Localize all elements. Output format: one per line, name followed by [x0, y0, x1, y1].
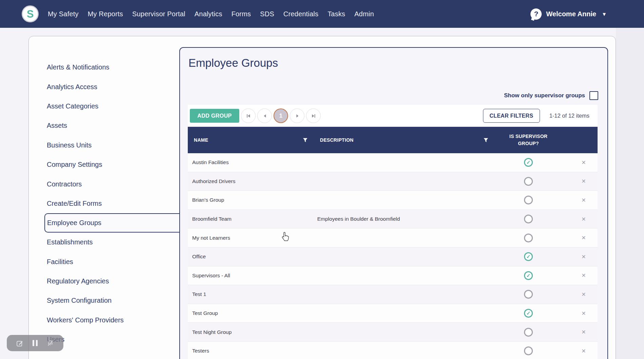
nav-item-analytics[interactable]: Analytics [195, 10, 222, 18]
pagination: 1 [241, 108, 321, 123]
delete-group-button[interactable]: ✕ [581, 235, 586, 241]
sidebar-item-regulatory-agencies[interactable]: Regulatory Agencies [29, 272, 180, 291]
nav-item-tasks[interactable]: Tasks [327, 10, 345, 18]
supervisor-indicator [524, 328, 533, 337]
delete-group-button[interactable]: ✕ [581, 272, 586, 279]
delete-cell: ✕ [566, 197, 598, 203]
sidebar-item-employee-groups[interactable]: Employee Groups [44, 213, 181, 233]
sidebar-item-alerts-notifications[interactable]: Alerts & Notifications [29, 58, 180, 77]
table-row[interactable]: Brian's Group ✕ [188, 191, 598, 210]
sidebar-item-establishments[interactable]: Establishments [29, 233, 180, 252]
notifications-off-icon[interactable] [47, 340, 54, 347]
group-description: Employees in Boulder & Broomfield [310, 216, 491, 222]
employee-groups-panel: Employee Groups Show only supervisor gro… [179, 47, 608, 359]
supervisor-status-cell [491, 328, 566, 337]
sidebar-item-system-configuration[interactable]: System Configuration [29, 291, 180, 310]
chevron-down-icon[interactable]: ▼ [602, 11, 607, 17]
delete-group-button[interactable]: ✕ [581, 197, 586, 203]
table-row[interactable]: Test 1 ✕ [188, 285, 598, 304]
first-page-button[interactable] [241, 108, 256, 123]
table-row[interactable]: Test Night Group ✕ [188, 323, 598, 342]
admin-sidebar: Alerts & Notifications Analytics Access … [29, 58, 180, 349]
table-row[interactable]: Authorized Drivers ✕ [188, 172, 598, 191]
table-row[interactable]: Supervisors - All ✓ ✕ [188, 266, 598, 285]
delete-cell: ✕ [566, 348, 598, 354]
next-icon [295, 114, 300, 118]
page-right-gutter [616, 28, 644, 359]
supervisor-status-cell: ✓ [491, 158, 566, 167]
nav-item-forms[interactable]: Forms [232, 10, 251, 18]
table-row[interactable]: Austin Facilities ✓ ✕ [188, 153, 598, 172]
welcome-user[interactable]: Welcome Annie [546, 10, 596, 18]
group-name: Testers [188, 348, 310, 354]
table-row[interactable]: Test Group ✓ ✕ [188, 304, 598, 323]
group-name: Brian's Group [188, 197, 310, 203]
filter-icon[interactable] [303, 138, 308, 143]
nav-item-admin[interactable]: Admin [355, 10, 374, 18]
supervisor-indicator: ✓ [524, 252, 533, 261]
nav-item-my-safety[interactable]: My Safety [48, 10, 79, 18]
group-name: Test 1 [188, 291, 310, 297]
delete-group-button[interactable]: ✕ [581, 329, 586, 335]
group-name: Test Group [188, 310, 310, 316]
group-name: Broomfield Team [188, 216, 310, 222]
delete-group-button[interactable]: ✕ [581, 159, 586, 166]
items-count: 1-12 of 12 items [540, 113, 598, 119]
sidebar-item-create-edit-forms[interactable]: Create/Edit Forms [29, 194, 180, 213]
table-row[interactable]: Testers ✕ [188, 342, 598, 359]
sidebar-item-company-settings[interactable]: Company Settings [29, 155, 180, 174]
supervisor-indicator [524, 290, 533, 299]
sidebar-item-contractors[interactable]: Contractors [29, 174, 180, 194]
sidebar-item-analytics-access[interactable]: Analytics Access [29, 77, 180, 96]
supervisor-status-cell: ✓ [491, 271, 566, 280]
supervisor-status-cell [491, 234, 566, 242]
supervisor-status-cell [491, 215, 566, 223]
current-page-button[interactable]: 1 [274, 108, 288, 123]
nav-item-credentials[interactable]: Credentials [283, 10, 318, 18]
supervisor-filter-checkbox[interactable] [589, 91, 598, 100]
top-navbar: S My Safety My Reports Supervisor Portal… [0, 0, 644, 28]
filter-icon[interactable] [483, 138, 488, 143]
check-icon: ✓ [526, 273, 531, 279]
delete-group-button[interactable]: ✕ [581, 178, 586, 184]
nav-right: ? Welcome Annie ▼ [530, 8, 644, 20]
app-logo[interactable]: S [22, 5, 39, 22]
delete-group-button[interactable]: ✕ [581, 348, 586, 354]
help-icon[interactable]: ? [530, 8, 542, 20]
supervisor-indicator [524, 346, 533, 355]
next-page-button[interactable] [290, 108, 304, 123]
logo-letter: S [27, 9, 34, 19]
add-group-button[interactable]: ADD GROUP [190, 109, 239, 123]
table-row[interactable]: My not Learners ✕ [188, 228, 598, 247]
delete-group-button[interactable]: ✕ [581, 216, 586, 222]
nav-item-sds[interactable]: SDS [260, 10, 274, 18]
table-row[interactable]: Broomfield Team Employees in Boulder & B… [188, 210, 598, 229]
previous-page-button[interactable] [257, 108, 272, 123]
clear-filters-button[interactable]: CLEAR FILTERS [483, 109, 540, 123]
sidebar-item-asset-categories[interactable]: Asset Categories [29, 97, 180, 116]
nav-item-my-reports[interactable]: My Reports [88, 10, 123, 18]
delete-group-button[interactable]: ✕ [581, 310, 586, 317]
admin-card: Alerts & Notifications Analytics Access … [28, 36, 616, 359]
supervisor-indicator: ✓ [524, 158, 533, 167]
delete-group-button[interactable]: ✕ [581, 291, 586, 298]
supervisor-indicator [524, 215, 533, 223]
group-name: Austin Facilities [188, 159, 310, 165]
table-row[interactable]: Office ✓ ✕ [188, 247, 598, 266]
pause-icon[interactable] [33, 340, 38, 346]
delete-cell: ✕ [566, 329, 598, 335]
sidebar-item-workers-comp-providers[interactable]: Workers' Comp Providers [29, 311, 180, 330]
sidebar-item-assets[interactable]: Assets [29, 116, 180, 135]
delete-group-button[interactable]: ✕ [581, 254, 586, 260]
last-page-button[interactable] [306, 108, 321, 123]
group-name: My not Learners [188, 235, 310, 241]
nav-item-supervisor-portal[interactable]: Supervisor Portal [132, 10, 185, 18]
supervisor-filter: Show only supervisor groups [504, 91, 598, 100]
supervisor-status-cell: ✓ [491, 252, 566, 261]
column-name: NAME [194, 137, 208, 143]
sidebar-item-facilities[interactable]: Facilities [29, 252, 180, 272]
delete-cell: ✕ [566, 178, 598, 184]
sidebar-item-business-units[interactable]: Business Units [29, 136, 180, 155]
edit-icon[interactable] [16, 340, 23, 347]
supervisor-indicator [524, 196, 533, 204]
